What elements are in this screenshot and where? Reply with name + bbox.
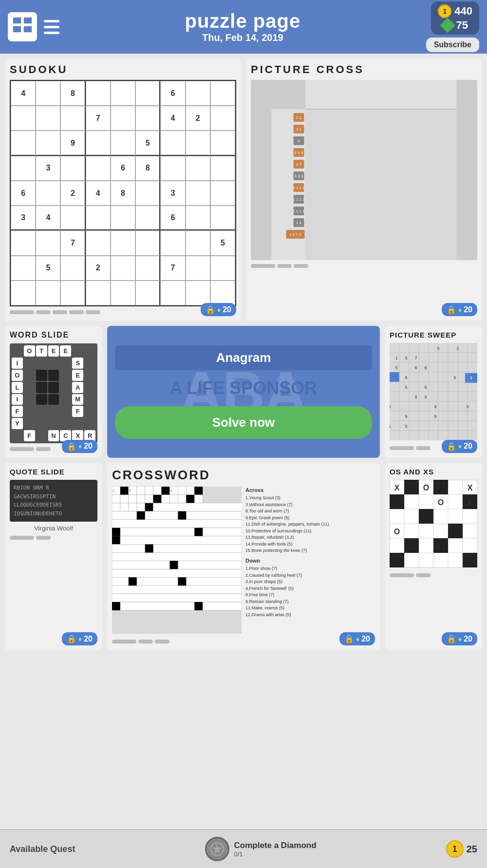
sudoku-cell[interactable]: 9 bbox=[60, 131, 85, 155]
quest-center[interactable]: Complete a Diamond 0/1 bbox=[205, 837, 317, 861]
ws-cell[interactable]: I bbox=[12, 358, 23, 369]
sudoku-cell[interactable]: 6 bbox=[11, 181, 36, 206]
ws-cell[interactable] bbox=[24, 370, 35, 381]
sudoku-cell[interactable]: 6 bbox=[160, 81, 185, 106]
ws-cell[interactable] bbox=[24, 358, 35, 369]
sudoku-cell[interactable]: 4 bbox=[160, 106, 185, 131]
ws-cell[interactable] bbox=[48, 370, 59, 381]
ws-cell[interactable] bbox=[84, 406, 95, 417]
sudoku-cell[interactable] bbox=[210, 281, 235, 305]
sudoku-cell[interactable] bbox=[160, 156, 185, 181]
qs-lock-badge[interactable]: 🔒 ♦ 20 bbox=[62, 632, 97, 645]
sudoku-cell[interactable] bbox=[86, 81, 111, 106]
sudoku-cell[interactable] bbox=[210, 181, 235, 206]
sudoku-cell[interactable]: 5 bbox=[36, 256, 60, 281]
sudoku-cell[interactable] bbox=[60, 156, 85, 181]
ws-cell[interactable]: O bbox=[24, 345, 35, 357]
sudoku-cell[interactable] bbox=[160, 281, 185, 305]
sudoku-cell[interactable] bbox=[11, 131, 36, 155]
ws-cell[interactable]: L bbox=[12, 382, 23, 393]
sudoku-cell[interactable]: 2 bbox=[60, 181, 85, 206]
sudoku-cell[interactable]: 8 bbox=[60, 81, 85, 106]
sudoku-cell[interactable] bbox=[135, 281, 160, 305]
sudoku-cell[interactable] bbox=[186, 256, 210, 281]
sudoku-cell[interactable]: 7 bbox=[86, 106, 111, 131]
sudoku-cell[interactable] bbox=[160, 131, 185, 155]
picture-cross-grid[interactable]: 2 1 3 1 3 2 1 5 2 7 4 3 3 2 1 1 2 1 1 1 … bbox=[251, 80, 477, 260]
sudoku-cell[interactable] bbox=[11, 156, 36, 181]
ws-cell[interactable] bbox=[60, 358, 71, 369]
ws-cell[interactable] bbox=[84, 370, 95, 381]
sudoku-cell[interactable]: 3 bbox=[11, 206, 36, 230]
sudoku-cell[interactable]: 5 bbox=[210, 230, 235, 255]
sudoku-cell[interactable] bbox=[36, 81, 60, 106]
sudoku-cell[interactable] bbox=[86, 206, 111, 230]
ws-cell[interactable] bbox=[24, 418, 35, 429]
sudoku-cell[interactable] bbox=[210, 156, 235, 181]
ws-cell[interactable] bbox=[60, 418, 71, 429]
ws-cell[interactable] bbox=[36, 406, 47, 417]
ws-cell[interactable] bbox=[36, 430, 47, 441]
sudoku-cell[interactable] bbox=[36, 281, 60, 305]
ws-cell[interactable] bbox=[60, 382, 71, 393]
sudoku-cell[interactable] bbox=[86, 131, 111, 155]
sudoku-cell[interactable]: 4 bbox=[86, 181, 111, 206]
sudoku-cell[interactable] bbox=[11, 230, 36, 255]
sudoku-cell[interactable] bbox=[135, 230, 160, 255]
sudoku-cell[interactable] bbox=[186, 181, 210, 206]
crossword-grid[interactable]: 1 3 4 bbox=[112, 487, 242, 636]
ws-cell[interactable] bbox=[84, 382, 95, 393]
sudoku-cell[interactable] bbox=[60, 206, 85, 230]
ws-cell[interactable]: F bbox=[24, 430, 35, 441]
sudoku-cell[interactable] bbox=[135, 106, 160, 131]
sudoku-cell[interactable]: 5 bbox=[135, 131, 160, 155]
sudoku-cell[interactable] bbox=[111, 256, 135, 281]
sudoku-cell[interactable]: 6 bbox=[160, 206, 185, 230]
sudoku-cell[interactable]: 6 bbox=[111, 156, 135, 181]
sudoku-cell[interactable] bbox=[111, 106, 135, 131]
sudoku-cell[interactable] bbox=[135, 206, 160, 230]
sudoku-cell[interactable] bbox=[210, 206, 235, 230]
ws-cell[interactable]: M bbox=[72, 394, 83, 405]
ws-cell[interactable] bbox=[48, 394, 59, 405]
sudoku-cell[interactable] bbox=[135, 181, 160, 206]
cw-lock-badge[interactable]: 🔒 ♦ 20 bbox=[339, 632, 375, 645]
sudoku-cell[interactable] bbox=[186, 131, 210, 155]
ws-cell[interactable] bbox=[24, 382, 35, 393]
ws-cell[interactable] bbox=[48, 418, 59, 429]
sudoku-lock-badge[interactable]: 🔒 ♦ 20 bbox=[201, 303, 236, 316]
ws-cell[interactable]: E bbox=[60, 345, 71, 357]
ws-cell[interactable] bbox=[60, 406, 71, 417]
sudoku-cell[interactable]: 7 bbox=[160, 256, 185, 281]
ws-cell[interactable] bbox=[36, 358, 47, 369]
ws-cell[interactable] bbox=[24, 406, 35, 417]
sudoku-cell[interactable] bbox=[36, 106, 60, 131]
sudoku-cell[interactable] bbox=[160, 230, 185, 255]
sudoku-cell[interactable] bbox=[36, 230, 60, 255]
ws-cell[interactable] bbox=[72, 345, 83, 357]
ws-cell[interactable] bbox=[36, 418, 47, 429]
sweep-lock-badge[interactable]: 🔒 ♦ 20 bbox=[442, 440, 477, 453]
sudoku-cell[interactable] bbox=[210, 256, 235, 281]
ws-cell[interactable] bbox=[72, 418, 83, 429]
sudoku-cell[interactable]: 3 bbox=[160, 181, 185, 206]
sudoku-cell[interactable] bbox=[135, 256, 160, 281]
sudoku-cell[interactable] bbox=[186, 81, 210, 106]
ws-cell[interactable]: E bbox=[72, 370, 83, 381]
sudoku-cell[interactable] bbox=[135, 81, 160, 106]
sudoku-cell[interactable] bbox=[86, 156, 111, 181]
ws-cell[interactable] bbox=[12, 345, 23, 357]
sudoku-cell[interactable] bbox=[186, 156, 210, 181]
sudoku-cell[interactable] bbox=[36, 131, 60, 155]
sudoku-cell[interactable]: 8 bbox=[111, 181, 135, 206]
ws-cell[interactable] bbox=[84, 345, 95, 357]
ws-cell[interactable] bbox=[36, 394, 47, 405]
ws-cell[interactable]: I bbox=[12, 394, 23, 405]
ws-cell[interactable]: F bbox=[12, 406, 23, 417]
ws-cell[interactable] bbox=[84, 394, 95, 405]
oxs-grid-container[interactable]: X O X O X O bbox=[390, 480, 477, 569]
sudoku-cell[interactable] bbox=[210, 131, 235, 155]
ws-cell[interactable]: S bbox=[72, 358, 83, 369]
sudoku-cell[interactable] bbox=[111, 281, 135, 305]
ws-cell[interactable] bbox=[24, 394, 35, 405]
